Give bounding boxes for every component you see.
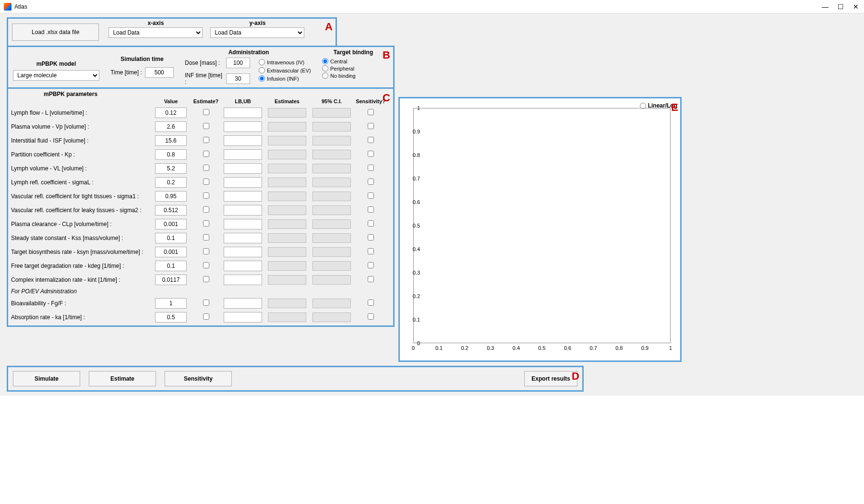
param-sensitivity-check-12[interactable] (368, 276, 374, 282)
po-param-estimates-display-0 (268, 299, 306, 308)
param-estimate-check-4[interactable] (203, 165, 209, 171)
param-estimate-check-5[interactable] (203, 179, 209, 185)
param-estimate-check-2[interactable] (203, 137, 209, 143)
param-estimate-check-0[interactable] (203, 109, 209, 115)
binding-radio-label-1: Peripheral (330, 66, 354, 72)
x-axis-select[interactable]: Load Data (108, 27, 203, 38)
param-value-input-1[interactable] (155, 121, 187, 132)
param-estimates-display-12 (268, 275, 306, 285)
param-estimate-check-3[interactable] (203, 151, 209, 157)
window-minimize-button[interactable]: — (821, 2, 829, 11)
param-estimate-check-7[interactable] (203, 206, 209, 213)
param-estimates-display-6 (268, 192, 306, 201)
param-name-1: Plasma volume - Vp [volume] : (11, 123, 151, 130)
param-row: Lymph flow - L [volume/time] : (11, 108, 390, 118)
param-lbub-input-7[interactable] (224, 205, 262, 216)
xtick: 0.3 (487, 345, 494, 351)
po-param-sensitivity-check-1[interactable] (368, 313, 374, 320)
po-param-estimate-check-1[interactable] (203, 313, 209, 320)
param-lbub-input-12[interactable] (224, 275, 262, 285)
simtime-input[interactable] (145, 67, 174, 78)
param-sensitivity-check-2[interactable] (368, 137, 374, 143)
param-lbub-input-0[interactable] (224, 108, 262, 118)
param-name-10: Target biosynthesis rate - ksyn [mass/vo… (11, 249, 151, 255)
binding-heading: Target binding (322, 49, 384, 56)
window-close-button[interactable]: ✕ (852, 2, 860, 11)
param-row: Bioavailability - Fg/F : (11, 298, 390, 309)
param-lbub-input-1[interactable] (224, 121, 262, 132)
estimate-button[interactable]: Estimate (89, 371, 156, 386)
param-lbub-input-5[interactable] (224, 177, 262, 188)
admin-radio-0[interactable] (259, 59, 265, 65)
param-lbub-input-3[interactable] (224, 149, 262, 160)
binding-radio-1[interactable] (322, 65, 328, 72)
param-value-input-2[interactable] (155, 135, 187, 146)
po-param-estimate-check-0[interactable] (203, 300, 209, 306)
admin-radio-1[interactable] (259, 67, 265, 73)
param-sensitivity-check-3[interactable] (368, 151, 374, 157)
xtick: 0.1 (435, 345, 443, 351)
param-estimate-check-11[interactable] (203, 262, 209, 268)
param-sensitivity-check-9[interactable] (368, 234, 374, 240)
param-estimate-check-10[interactable] (203, 248, 209, 254)
simulate-button[interactable]: Simulate (13, 371, 80, 386)
po-param-sensitivity-check-0[interactable] (368, 300, 374, 306)
param-value-input-6[interactable] (155, 191, 187, 202)
model-select[interactable]: Large molecule (13, 70, 99, 81)
inf-time-input[interactable] (226, 73, 250, 84)
po-param-value-input-1[interactable] (155, 312, 187, 323)
param-value-input-0[interactable] (155, 108, 187, 118)
param-estimate-check-1[interactable] (203, 123, 209, 129)
param-value-input-8[interactable] (155, 219, 187, 229)
param-sensitivity-check-4[interactable] (368, 165, 374, 171)
param-lbub-input-10[interactable] (224, 247, 262, 257)
param-name-5: Lymph refl. coefficient - sigmaL : (11, 179, 151, 186)
param-lbub-input-4[interactable] (224, 163, 262, 174)
param-sensitivity-check-10[interactable] (368, 248, 374, 254)
po-param-lbub-input-1[interactable] (224, 312, 262, 323)
param-lbub-input-11[interactable] (224, 261, 262, 271)
param-lbub-input-9[interactable] (224, 233, 262, 243)
param-lbub-input-2[interactable] (224, 135, 262, 146)
param-sensitivity-check-5[interactable] (368, 179, 374, 185)
param-lbub-input-8[interactable] (224, 219, 262, 229)
po-param-lbub-input-0[interactable] (224, 298, 262, 309)
param-estimate-check-6[interactable] (203, 192, 209, 199)
y-axis-label: y-axis (249, 20, 265, 26)
param-ci-display-3 (312, 150, 351, 159)
simtime-label: Time [time] : (110, 69, 142, 76)
sensitivity-button[interactable]: Sensitivity (165, 371, 232, 386)
params-column-headers: Value Estimate? LB,UB Estimates 95% C.I.… (11, 98, 390, 104)
param-value-input-3[interactable] (155, 149, 187, 160)
admin-radio-2[interactable] (259, 75, 265, 82)
param-estimate-check-9[interactable] (203, 234, 209, 240)
plot-axes[interactable] (413, 108, 671, 343)
window-maximize-button[interactable]: ☐ (836, 2, 845, 11)
param-value-input-10[interactable] (155, 247, 187, 257)
param-sensitivity-check-1[interactable] (368, 123, 374, 129)
param-estimate-check-12[interactable] (203, 276, 209, 282)
dose-input[interactable] (226, 58, 250, 68)
param-sensitivity-check-6[interactable] (368, 192, 374, 199)
param-sensitivity-check-11[interactable] (368, 262, 374, 268)
binding-radio-label-0: Central (330, 59, 347, 64)
param-value-input-4[interactable] (155, 163, 187, 174)
y-axis-select[interactable]: Load Data (210, 27, 304, 38)
param-sensitivity-check-0[interactable] (368, 109, 374, 115)
binding-radio-0[interactable] (322, 58, 328, 64)
load-data-button[interactable]: Load .xlsx data file (12, 24, 99, 41)
param-lbub-input-6[interactable] (224, 191, 262, 202)
export-results-button[interactable]: Export results (524, 371, 577, 386)
param-sensitivity-check-8[interactable] (368, 220, 374, 227)
param-value-input-7[interactable] (155, 205, 187, 216)
binding-radio-2[interactable] (322, 72, 328, 79)
param-value-input-11[interactable] (155, 261, 187, 271)
param-value-input-9[interactable] (155, 233, 187, 243)
ytick: 0.3 (413, 270, 420, 276)
po-param-value-input-0[interactable] (155, 298, 187, 309)
param-value-input-12[interactable] (155, 275, 187, 285)
param-value-input-5[interactable] (155, 177, 187, 188)
param-estimate-check-8[interactable] (203, 220, 209, 227)
param-sensitivity-check-7[interactable] (368, 206, 374, 213)
param-ci-display-11 (312, 261, 351, 271)
